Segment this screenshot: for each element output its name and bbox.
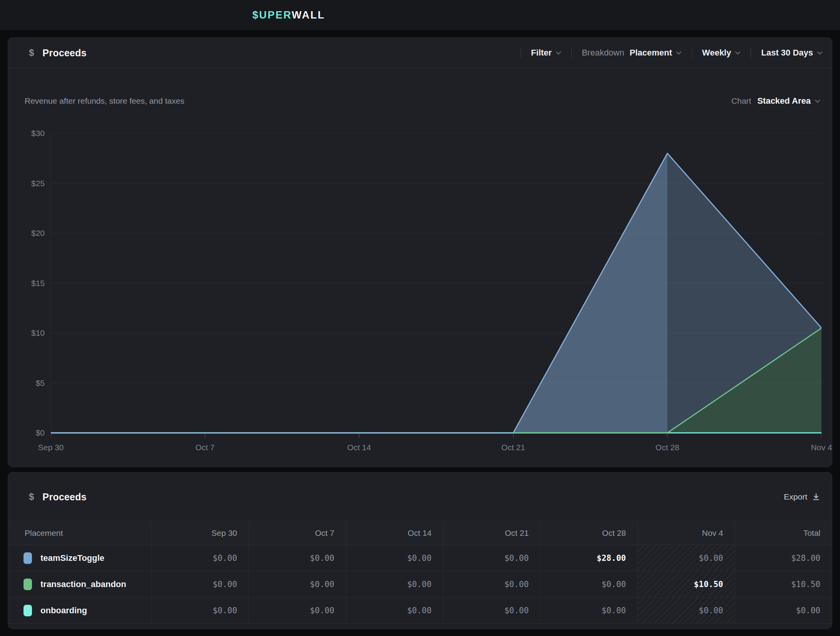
placement-name: onboarding: [40, 606, 87, 616]
chart-subtitle: Revenue after refunds, store fees, and t…: [25, 96, 184, 106]
placement-name: teamSizeToggle: [40, 553, 104, 563]
chevron-down-icon: [556, 51, 561, 55]
value-cell: $0.00: [443, 545, 540, 571]
breakdown-dropdown[interactable]: Breakdown Placement: [572, 48, 692, 58]
value-cell: $0.00: [540, 597, 637, 623]
value-cell: $0.00: [443, 597, 540, 623]
x-axis-tick-label: Oct 7: [195, 443, 215, 452]
proceeds-stacked-area-chart[interactable]: [51, 133, 822, 438]
breakdown-value: Placement: [630, 48, 672, 58]
chart-subtitle-row: Revenue after refunds, store fees, and t…: [8, 96, 832, 106]
series-color-swatch: [24, 605, 32, 616]
chart-card-header: $ Proceeds Filter Breakdown Placement We…: [8, 38, 832, 68]
series-color-swatch: [24, 579, 32, 590]
chevron-down-icon: [815, 99, 820, 103]
table-card-header: $ Proceeds Export: [8, 473, 832, 522]
value-cell: $0.00: [151, 597, 249, 623]
chart-type-label: Chart: [731, 96, 751, 106]
x-axis-tick-label: Nov 4: [811, 443, 832, 452]
column-header: Nov 4: [637, 522, 734, 545]
filter-label: Filter: [531, 48, 552, 58]
x-axis-tick-label: Oct 21: [501, 443, 525, 452]
y-axis-tick-label: $10: [8, 329, 45, 337]
chart-controls: Filter Breakdown Placement Weekly Last 3…: [521, 38, 824, 68]
table-header-row: PlacementSep 30Oct 7Oct 14Oct 21Oct 28No…: [8, 522, 832, 545]
proceeds-chart-card: $ Proceeds Filter Breakdown Placement We…: [8, 37, 832, 467]
dollar-icon: $: [29, 491, 34, 502]
logo-accent: $UPER: [252, 9, 292, 21]
series-color-swatch: [24, 552, 32, 564]
chart-card-title: Proceeds: [42, 47, 86, 59]
chevron-down-icon: [735, 51, 741, 55]
value-cell: $0.00: [443, 571, 540, 597]
y-axis-tick-label: $0: [8, 429, 45, 437]
value-cell: $10.50: [735, 571, 832, 597]
chart-type-value: Stacked Area: [757, 96, 811, 106]
chart-type-dropdown[interactable]: Chart Stacked Area: [731, 96, 820, 106]
value-cell: $0.00: [346, 545, 443, 571]
table-row[interactable]: transaction_abandon$0.00$0.00$0.00$0.00$…: [8, 571, 832, 597]
date-range-dropdown[interactable]: Last 30 Days: [751, 48, 824, 58]
value-cell: $0.00: [637, 597, 734, 623]
logo-rest: WALL: [292, 9, 325, 21]
filter-dropdown[interactable]: Filter: [521, 48, 571, 58]
chevron-down-icon: [676, 51, 682, 55]
placement-name-cell: transaction_abandon: [8, 571, 151, 597]
proceeds-table-card: $ Proceeds Export PlacementSep 30Oct 7Oc…: [8, 472, 832, 629]
proceeds-table-body: teamSizeToggle$0.00$0.00$0.00$0.00$28.00…: [8, 545, 832, 624]
breakdown-label: Breakdown: [582, 48, 624, 58]
table-row[interactable]: teamSizeToggle$0.00$0.00$0.00$0.00$28.00…: [8, 545, 832, 571]
x-axis-tick-label: Sep 30: [38, 443, 64, 452]
y-axis-tick-label: $30: [8, 129, 45, 138]
placement-name-cell: onboarding: [8, 597, 151, 623]
interval-value: Weekly: [702, 48, 731, 58]
y-axis-tick-label: $5: [8, 379, 45, 387]
value-cell: $0.00: [346, 571, 443, 597]
column-header-placement: Placement: [8, 522, 151, 545]
table-row[interactable]: onboarding$0.00$0.00$0.00$0.00$0.00$0.00…: [8, 597, 832, 624]
value-cell: $0.00: [346, 597, 443, 623]
column-header: Oct 21: [443, 522, 540, 545]
value-cell: $28.00: [735, 545, 832, 571]
column-header: Total: [735, 522, 832, 545]
column-header: Sep 30: [151, 522, 249, 545]
page: $UPERWALL $ Proceeds Filter Breakdown Pl…: [0, 0, 840, 636]
value-cell: $0.00: [249, 597, 346, 623]
interval-dropdown[interactable]: Weekly: [692, 48, 751, 58]
topbar: $UPERWALL: [0, 0, 840, 30]
y-axis-tick-label: $15: [8, 279, 45, 288]
download-icon: [812, 493, 820, 501]
chevron-down-icon: [817, 51, 823, 55]
export-label: Export: [784, 492, 807, 501]
column-header: Oct 7: [249, 522, 346, 545]
table-card-title: Proceeds: [42, 491, 86, 503]
value-cell: $28.00: [540, 545, 637, 571]
y-axis-tick-label: $25: [8, 179, 45, 188]
value-cell: $10.50: [637, 571, 734, 597]
x-axis-tick-label: Oct 14: [347, 443, 371, 452]
value-cell: $0.00: [540, 571, 637, 597]
x-axis-tick-label: Oct 28: [655, 443, 679, 452]
superwall-logo[interactable]: $UPERWALL: [252, 9, 325, 21]
export-button[interactable]: Export: [784, 492, 820, 501]
value-cell: $0.00: [249, 545, 346, 571]
value-cell: $0.00: [151, 545, 249, 571]
value-cell: $0.00: [637, 545, 734, 571]
column-header: Oct 14: [346, 522, 443, 545]
value-cell: $0.00: [151, 571, 249, 597]
dollar-icon: $: [29, 47, 34, 58]
value-cell: $0.00: [735, 597, 832, 623]
y-axis-tick-label: $20: [8, 229, 45, 237]
column-header: Oct 28: [540, 522, 637, 545]
date-range-value: Last 30 Days: [761, 48, 813, 58]
placement-name: transaction_abandon: [40, 579, 126, 589]
placement-name-cell: teamSizeToggle: [8, 545, 151, 571]
value-cell: $0.00: [249, 571, 346, 597]
